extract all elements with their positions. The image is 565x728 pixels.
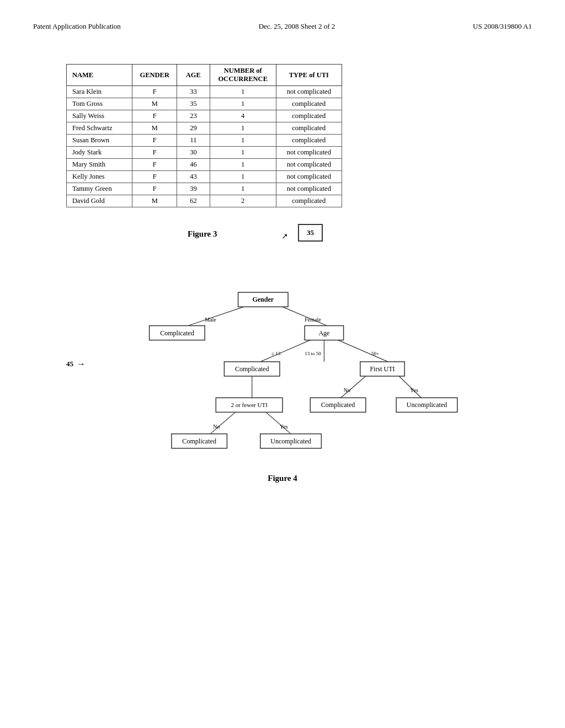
figure3-area: Figure 3 ↗ 35 bbox=[66, 218, 532, 263]
table-cell: Sally Weiss bbox=[67, 110, 132, 122]
table-cell: F bbox=[132, 159, 177, 171]
col-header-number: NUMBER ofOCCURRENCE bbox=[210, 65, 276, 86]
table-cell: not complicated bbox=[276, 171, 342, 183]
header-center: Dec. 25, 2008 Sheet 2 of 2 bbox=[259, 22, 335, 31]
data-table-section: NAME GENDER AGE NUMBER ofOCCURRENCE TYPE… bbox=[66, 64, 532, 207]
table-cell: 1 bbox=[210, 86, 276, 98]
decision-tree: Gender Male Female Complicated Age ≤ 13 bbox=[88, 285, 477, 461]
table-row: Kelly JonesF431not complicated bbox=[67, 171, 342, 183]
svg-text:Uncomplicated: Uncomplicated bbox=[407, 401, 447, 409]
table-cell: not complicated bbox=[276, 159, 342, 171]
table-cell: Jody Stark bbox=[67, 147, 132, 159]
table-cell: 39 bbox=[177, 183, 210, 195]
svg-text:Yes: Yes bbox=[410, 387, 418, 393]
svg-line-14 bbox=[338, 340, 388, 362]
table-cell: 30 bbox=[177, 147, 210, 159]
table-cell: not complicated bbox=[276, 183, 342, 195]
label-45-container: 45 → bbox=[66, 359, 86, 369]
table-cell: Sara Klein bbox=[67, 86, 132, 98]
figure4-label: Figure 4 bbox=[33, 474, 532, 483]
table-cell: F bbox=[132, 110, 177, 122]
table-cell: F bbox=[132, 135, 177, 147]
table-cell: F bbox=[132, 86, 177, 98]
table-cell: Fred Schwartz bbox=[67, 122, 132, 135]
table-cell: 1 bbox=[210, 171, 276, 183]
table-cell: 1 bbox=[210, 135, 276, 147]
table-cell: Kelly Jones bbox=[67, 171, 132, 183]
figure3-box: 35 bbox=[298, 224, 323, 242]
svg-text:Complicated: Complicated bbox=[160, 329, 194, 337]
table-cell: Mary Smith bbox=[67, 159, 132, 171]
table-cell: 1 bbox=[210, 122, 276, 135]
table-cell: 23 bbox=[177, 110, 210, 122]
svg-text:Complicated: Complicated bbox=[321, 401, 355, 409]
patient-table: NAME GENDER AGE NUMBER ofOCCURRENCE TYPE… bbox=[66, 64, 342, 207]
col-header-age: AGE bbox=[177, 65, 210, 86]
table-cell: Tammy Green bbox=[67, 183, 132, 195]
col-header-gender: GENDER bbox=[132, 65, 177, 86]
table-row: Sara KleinF331not complicated bbox=[67, 86, 342, 98]
figure4-area: 45 → Gender Male Female Complicated bbox=[33, 279, 532, 489]
tree-svg: Gender Male Female Complicated Age ≤ 13 bbox=[88, 285, 477, 461]
svg-text:Uncomplicated: Uncomplicated bbox=[270, 437, 311, 445]
svg-text:No: No bbox=[344, 387, 350, 393]
svg-text:50+: 50+ bbox=[371, 351, 379, 356]
table-row: David GoldM622complicated bbox=[67, 195, 342, 207]
svg-text:No: No bbox=[213, 424, 220, 430]
table-row: Fred SchwartzM291complicated bbox=[67, 122, 342, 135]
table-cell: 11 bbox=[177, 135, 210, 147]
table-cell: complicated bbox=[276, 98, 342, 110]
label-45: 45 bbox=[66, 360, 73, 368]
svg-text:Complicated: Complicated bbox=[235, 365, 269, 373]
table-cell: 43 bbox=[177, 171, 210, 183]
svg-text:First UTI: First UTI bbox=[370, 365, 395, 373]
table-cell: M bbox=[132, 122, 177, 135]
table-cell: not complicated bbox=[276, 147, 342, 159]
table-cell: F bbox=[132, 147, 177, 159]
table-cell: not complicated bbox=[276, 86, 342, 98]
table-row: Susan BrownF111complicated bbox=[67, 135, 342, 147]
svg-text:Female: Female bbox=[305, 317, 321, 323]
svg-text:Gender: Gender bbox=[252, 296, 274, 303]
table-row: Jody StarkF301not complicated bbox=[67, 147, 342, 159]
table-cell: 46 bbox=[177, 159, 210, 171]
table-cell: complicated bbox=[276, 135, 342, 147]
svg-text:13 to 50: 13 to 50 bbox=[305, 351, 321, 356]
table-cell: 62 bbox=[177, 195, 210, 207]
table-cell: 2 bbox=[210, 195, 276, 207]
table-row: Mary SmithF461not complicated bbox=[67, 159, 342, 171]
header-left: Patent Application Publication bbox=[33, 22, 121, 31]
table-row: Tammy GreenF391not complicated bbox=[67, 183, 342, 195]
table-cell: 1 bbox=[210, 147, 276, 159]
table-cell: 29 bbox=[177, 122, 210, 135]
table-cell: 4 bbox=[210, 110, 276, 122]
table-cell: Tom Gross bbox=[67, 98, 132, 110]
table-cell: David Gold bbox=[67, 195, 132, 207]
page-header: Patent Application Publication Dec. 25, … bbox=[33, 22, 532, 31]
table-cell: 1 bbox=[210, 159, 276, 171]
table-cell: 33 bbox=[177, 86, 210, 98]
table-cell: M bbox=[132, 98, 177, 110]
svg-text:Age: Age bbox=[318, 329, 329, 337]
svg-text:2 or fewer UTI: 2 or fewer UTI bbox=[231, 402, 268, 408]
table-cell: complicated bbox=[276, 195, 342, 207]
table-cell: complicated bbox=[276, 122, 342, 135]
svg-text:Complicated: Complicated bbox=[182, 437, 216, 445]
svg-text:Yes: Yes bbox=[280, 424, 288, 430]
table-cell: Susan Brown bbox=[67, 135, 132, 147]
col-header-type: TYPE of UTI bbox=[276, 65, 342, 86]
table-row: Tom GrossM351complicated bbox=[67, 98, 342, 110]
table-cell: 1 bbox=[210, 183, 276, 195]
table-cell: F bbox=[132, 171, 177, 183]
table-cell: complicated bbox=[276, 110, 342, 122]
table-row: Sally WeissF234complicated bbox=[67, 110, 342, 122]
col-header-name: NAME bbox=[67, 65, 132, 86]
arrow-45: → bbox=[77, 359, 86, 369]
svg-text:≤ 13: ≤ 13 bbox=[271, 351, 281, 356]
header-right: US 2008/319800 A1 bbox=[473, 22, 532, 31]
figure3-arrow: ↗ bbox=[281, 232, 288, 241]
svg-line-10 bbox=[260, 340, 311, 362]
table-cell: 35 bbox=[177, 98, 210, 110]
table-cell: M bbox=[132, 195, 177, 207]
table-cell: F bbox=[132, 183, 177, 195]
